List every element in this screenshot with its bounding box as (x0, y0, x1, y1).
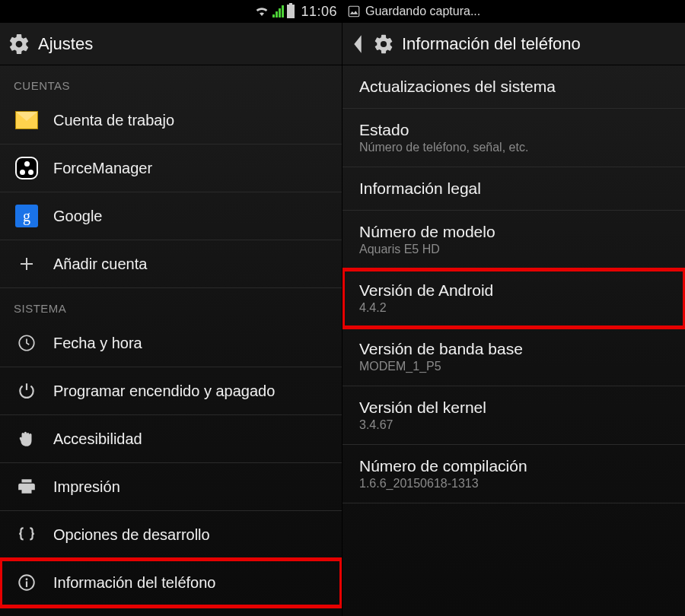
info-icon (14, 570, 40, 595)
about-item-android[interactable]: Versión de Android 4.4.2 (342, 269, 685, 328)
envelope-icon (14, 107, 40, 133)
item-label: Versión de Android (359, 281, 668, 300)
item-label: Cuenta de trabajo (53, 111, 328, 129)
about-list: Actualizaciones del sistema Estado Númer… (342, 65, 685, 616)
svg-point-2 (26, 578, 28, 580)
about-item-baseband[interactable]: Versión de banda base MODEM_1_P5 (342, 328, 685, 386)
settings-list: CUENTAS Cuenta de trabajo ForceManager g… (0, 65, 342, 616)
hand-icon (14, 426, 40, 452)
add-account-item[interactable]: Añadir cuenta (0, 240, 342, 288)
system-item-accesibilidad[interactable]: Accesibilidad (0, 415, 342, 463)
account-item-forcemanager[interactable]: ForceManager (0, 144, 342, 192)
action-bar: Información del teléfono (342, 23, 685, 65)
status-saving-text: Guardando captura... (365, 5, 480, 18)
item-sublabel: 4.4.2 (359, 301, 668, 315)
gear-icon (373, 33, 394, 55)
item-sublabel: Número de teléfono, señal, etc. (359, 141, 668, 154)
svg-rect-4 (349, 6, 359, 17)
item-label: Estado (359, 121, 668, 139)
google-icon: g (14, 203, 40, 229)
item-label: Número de modelo (359, 223, 668, 241)
gear-icon (8, 33, 30, 56)
forcemanager-icon (14, 155, 40, 181)
page-title: Ajustes (38, 34, 93, 54)
clock-icon (14, 330, 40, 356)
item-sublabel: Aquaris E5 HD (359, 243, 668, 256)
about-item-build[interactable]: Número de compilación 1.6.6_20150618-131… (342, 445, 685, 503)
status-time: 11:06 (301, 4, 337, 20)
section-header-sistema: SISTEMA (0, 288, 342, 319)
status-bar: 11:06 (0, 0, 342, 23)
section-header-cuentas: CUENTAS (0, 65, 342, 97)
item-label: Accesibilidad (53, 430, 328, 448)
item-label: Opciones de desarrollo (53, 526, 328, 544)
system-item-fecha[interactable]: Fecha y hora (0, 319, 342, 367)
item-label: Actualizaciones del sistema (359, 78, 668, 96)
item-label: ForceManager (53, 159, 328, 177)
back-icon[interactable] (350, 33, 365, 55)
printer-icon (14, 474, 40, 500)
item-sublabel: 1.6.6_20150618-1313 (359, 477, 668, 491)
system-item-dev[interactable]: Opciones de desarrollo (0, 511, 342, 559)
item-label: Versión del kernel (359, 398, 668, 417)
item-sublabel: MODEM_1_P5 (359, 360, 668, 373)
plus-icon (14, 251, 40, 277)
account-item-trabajo[interactable]: Cuenta de trabajo (0, 97, 342, 144)
system-item-impresion[interactable]: Impresión (0, 463, 342, 511)
braces-icon (14, 522, 40, 548)
battery-icon (287, 5, 295, 18)
power-schedule-icon (14, 378, 40, 404)
account-item-google[interactable]: g Google (0, 192, 342, 240)
wifi-icon (254, 5, 269, 17)
item-label: Versión de banda base (359, 340, 668, 358)
about-item-kernel[interactable]: Versión del kernel 3.4.67 (342, 386, 685, 445)
item-label: Añadir cuenta (53, 255, 328, 273)
phone-about: Guardando captura... Información del tel… (342, 0, 685, 616)
about-item-estado[interactable]: Estado Número de teléfono, señal, etc. (342, 109, 685, 167)
item-sublabel: 3.4.67 (359, 418, 668, 432)
about-item-update[interactable]: Actualizaciones del sistema (342, 65, 685, 109)
page-title: Información del teléfono (402, 34, 581, 54)
system-item-info[interactable]: Información del teléfono (0, 559, 342, 607)
status-icons: 11:06 (254, 4, 337, 20)
item-label: Impresión (53, 478, 328, 496)
screenshot-icon (347, 5, 361, 18)
status-bar: Guardando captura... (342, 0, 685, 23)
about-item-legal[interactable]: Información legal (342, 167, 685, 211)
item-label: Número de compilación (359, 457, 668, 475)
item-label: Información del teléfono (53, 573, 328, 592)
item-label: Google (53, 207, 328, 225)
item-label: Programar encendido y apagado (53, 382, 328, 400)
item-label: Información legal (359, 179, 668, 198)
system-item-programar[interactable]: Programar encendido y apagado (0, 367, 342, 415)
status-notification: Guardando captura... (347, 5, 680, 18)
action-bar: Ajustes (0, 23, 342, 65)
phone-settings: 11:06 Ajustes CUENTAS Cuenta de trabajo … (0, 0, 342, 616)
item-label: Fecha y hora (53, 334, 328, 352)
about-item-modelo[interactable]: Número de modelo Aquaris E5 HD (342, 211, 685, 269)
svg-rect-3 (26, 581, 27, 587)
signal-icon (272, 5, 284, 17)
